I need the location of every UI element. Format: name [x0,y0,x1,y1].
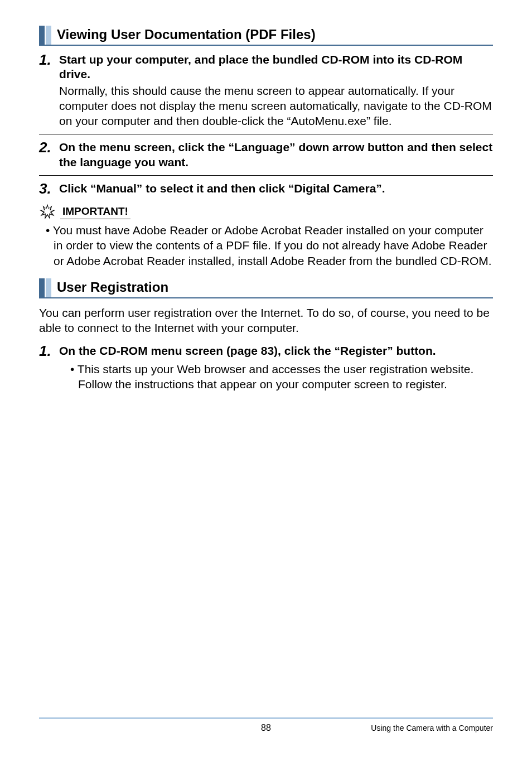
step-2: 2. On the menu screen, click the “Langua… [39,140,493,170]
footer-title: Using the Camera with a Computer [371,724,493,732]
step-heading: On the menu screen, click the “Language”… [59,140,493,170]
step-number: 2. [39,140,59,170]
important-label: IMPORTANT! [60,205,130,219]
step-body: On the menu screen, click the “Language”… [59,140,493,170]
section-title-viewing: Viewing User Documentation (PDF Files) [57,26,493,45]
step-heading: Start up your computer, and place the bu… [59,52,493,82]
footer: 88 Using the Camera with a Computer [39,717,493,732]
step-number: 3. [39,181,59,196]
divider [39,175,493,176]
section-title-registration: User Registration [57,278,493,297]
step-description: Normally, this should cause the menu scr… [59,83,493,129]
registration-step-1: 1. On the CD-ROM menu screen (page 83), … [39,344,493,358]
registration-intro: You can perform user registration over t… [39,305,493,336]
step-1: 1. Start up your computer, and place the… [39,52,493,128]
step-number: 1. [39,344,59,358]
section-header-registration: User Registration [39,278,493,298]
step-body: Click “Manual” to select it and then cli… [59,181,493,196]
step-3: 3. Click “Manual” to select it and then … [39,181,493,196]
page: Viewing User Documentation (PDF Files) 1… [0,0,532,757]
section-bar-inner [46,278,51,297]
step-heading: Click “Manual” to select it and then cli… [59,181,493,196]
burst-icon [39,204,56,220]
section-bar-outer [39,278,45,297]
important-text: • You must have Adobe Reader or Adobe Ac… [39,223,493,268]
step-body: Start up your computer, and place the bu… [59,52,493,128]
step-heading: On the CD-ROM menu screen (page 83), cli… [59,344,493,358]
section-bar-outer [39,26,45,45]
important-row: IMPORTANT! [39,204,493,220]
section-header-viewing: Viewing User Documentation (PDF Files) [39,26,493,46]
page-number: 88 [261,723,271,733]
divider [39,134,493,134]
step-body: On the CD-ROM menu screen (page 83), cli… [59,344,493,358]
step-number: 1. [39,52,59,128]
registration-bullet: • This starts up your Web browser and ac… [39,361,493,392]
section-bar-inner [46,26,51,45]
